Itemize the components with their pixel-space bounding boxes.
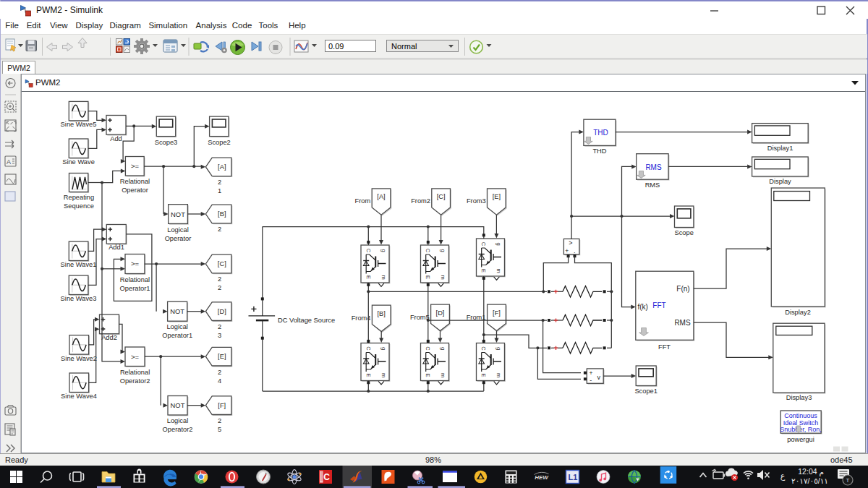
svg-text:C: C [323,472,330,482]
svg-text:ع: ع [780,471,786,481]
svg-text:HEW: HEW [535,474,549,481]
svg-text:L1: L1 [569,473,578,481]
svg-text:T: T [846,477,850,484]
svg-text:٢٠١٧/٠٥/١١: ٢٠١٧/٠٥/١١ [791,476,828,485]
svg-text:12:04 م: 12:04 م [798,467,824,476]
